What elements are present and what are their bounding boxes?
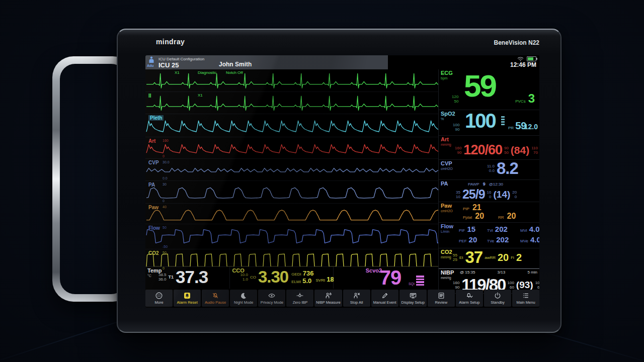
perfusion-indicator-icon bbox=[501, 116, 505, 125]
transducer-icon bbox=[296, 292, 304, 300]
nibp-cuff-icon bbox=[325, 292, 333, 300]
status-bar: Adu ICU Default Configuration ICU 25 Joh… bbox=[145, 55, 539, 69]
tve-value: 202 bbox=[496, 235, 509, 244]
pvcs-label: PVCs bbox=[515, 99, 525, 104]
wave-row-ecg-2[interactable]: II X1 bbox=[145, 92, 438, 114]
main-menu-button[interactable]: Main Menu bbox=[512, 290, 539, 307]
pa-tile-label: PA bbox=[441, 181, 448, 187]
wave-row-cvp[interactable]: CVP 30.0 0.0 bbox=[145, 159, 438, 181]
pleth-label: Pleth bbox=[148, 115, 164, 121]
pr-label: PR bbox=[508, 126, 514, 130]
clock[interactable]: 12:46 PM bbox=[510, 61, 536, 68]
co2-label: CO2 bbox=[148, 250, 159, 256]
elwi-value: 5.0 bbox=[302, 277, 311, 285]
wave-row-flow[interactable]: Flow 50 -50 bbox=[145, 224, 438, 249]
ecg-filter-label: Diagnostic bbox=[198, 70, 216, 75]
wave-row-art[interactable]: Art 160 0 bbox=[145, 137, 438, 159]
cco-tile[interactable]: CCO 10.01.0 CO 3.30 GEDI736 ELWI5.0 SVRI… bbox=[230, 266, 333, 289]
flow-tile[interactable]: FlowL/min PIF15 TVi202 MVi4.04 PEF20 TVe… bbox=[439, 223, 539, 248]
art-label: Art bbox=[148, 138, 155, 144]
spo2-value: 100 bbox=[465, 112, 496, 130]
standby-button[interactable]: Standby bbox=[484, 290, 511, 307]
more-button[interactable]: More bbox=[145, 290, 173, 307]
system-status-area: 12:46 PM bbox=[510, 56, 536, 68]
cvp-label: CVP bbox=[148, 160, 159, 165]
configuration-label: ICU Default Configuration bbox=[158, 57, 204, 61]
review-button[interactable]: Review bbox=[428, 290, 455, 307]
wave-row-pa[interactable]: PA 30 0 bbox=[145, 181, 438, 204]
art-tile-label: Art bbox=[441, 137, 451, 143]
co2-tile-label: CO2 bbox=[441, 249, 452, 255]
audio-pause-button[interactable]: Audio Pause bbox=[202, 290, 229, 307]
manual-event-button[interactable]: Manual Event bbox=[371, 290, 398, 307]
paw-waveform bbox=[145, 204, 438, 224]
patient-info-area[interactable]: Adu ICU Default Configuration ICU 25 Joh… bbox=[145, 55, 388, 69]
alarm-reset-button[interactable]: Alarm Reset bbox=[174, 290, 201, 307]
cvp-waveform bbox=[145, 159, 438, 180]
pip-value: 21 bbox=[472, 203, 481, 212]
privacy-mode-button[interactable]: Privacy Mode bbox=[258, 290, 285, 307]
numeric-tiles-column: ECGbpm 12050 59 PVCs3 SpO2% 10090 100 PR… bbox=[438, 69, 539, 294]
patient-name: John Smith bbox=[219, 61, 252, 68]
power-icon bbox=[494, 292, 502, 300]
wave-row-paw[interactable]: Paw 40 bbox=[145, 204, 438, 224]
etco2-value: 37 bbox=[465, 250, 482, 265]
hr-value: 59 bbox=[464, 71, 496, 100]
eye-icon bbox=[268, 292, 276, 300]
ecg-tile[interactable]: ECGbpm 12050 59 PVCs3 bbox=[439, 69, 539, 110]
temp-site-label: T1 bbox=[169, 275, 174, 280]
rr-value: 20 bbox=[507, 212, 516, 221]
spo2-tile-label: SpO2 bbox=[441, 111, 455, 117]
patient-type-label: Adu bbox=[147, 64, 154, 67]
co2-tile[interactable]: CO2mmHg 5525 Et 37 awRR 20 Fi 2 bbox=[439, 248, 539, 268]
flow-tile-label: Flow bbox=[441, 224, 453, 230]
display-setup-button[interactable]: Display Setup bbox=[399, 290, 427, 307]
flow-label: Flow bbox=[148, 225, 160, 231]
spo2-tile[interactable]: SpO2% 10090 100 PR59 PI12.0 bbox=[439, 110, 539, 136]
menu-list-icon bbox=[522, 292, 530, 300]
alarm-reset-icon bbox=[183, 292, 191, 300]
pvcs-value: 3 bbox=[528, 92, 535, 106]
paw-tile[interactable]: PawcmH2O PIP21 Pplat20 RR20 bbox=[439, 202, 539, 223]
mve-value: 4.04 bbox=[530, 235, 539, 244]
nibp-count: 3/13 bbox=[498, 270, 506, 275]
nibp-interval: 5 min bbox=[527, 270, 537, 275]
flow-waveform bbox=[145, 224, 438, 249]
stop-all-button[interactable]: Stop All bbox=[343, 290, 370, 307]
sqi-indicator: SQI bbox=[409, 276, 424, 286]
temp-tile[interactable]: Temp°C 38.536.0 T1 37.3 bbox=[145, 266, 230, 289]
scvo2-value: 79 bbox=[380, 268, 401, 287]
cvp-value: 8.2 bbox=[497, 161, 518, 176]
model-name: BeneVision N22 bbox=[494, 39, 539, 46]
battery-icon bbox=[527, 56, 536, 61]
waveform-area: X1 Diagnostic Notch Off II X1 Pleth Art … bbox=[145, 69, 438, 271]
zero-ibp-button[interactable]: Zero IBP bbox=[286, 290, 313, 307]
ecg2-gain-label: X1 bbox=[198, 93, 203, 98]
nibp-tile-label: NIBP bbox=[441, 270, 454, 276]
cvp-tile-label: CVP bbox=[441, 161, 453, 167]
ecg-notch-label: Notch Off bbox=[226, 70, 243, 75]
nibp-measure-button[interactable]: NIBP Measure bbox=[314, 290, 342, 307]
monitor-screen: Adu ICU Default Configuration ICU 25 Joh… bbox=[145, 55, 539, 308]
scvo2-tile[interactable]: Scvo2 79 SQI bbox=[334, 266, 438, 289]
art-tile[interactable]: ArtmmHg 16090 120/60 9050 (84) 11070 bbox=[439, 136, 539, 160]
hr-high-limit: 120 bbox=[452, 95, 458, 99]
monitor-device: mindray BeneVision N22 Adu ICU Default C… bbox=[117, 29, 561, 333]
hr-low-limit: 50 bbox=[452, 99, 458, 104]
audio-pause-icon bbox=[211, 292, 219, 300]
ecg-gain-label: X1 bbox=[175, 70, 180, 75]
awrr-value: 20 bbox=[498, 252, 509, 263]
alarm-setup-button[interactable]: Alarm Setup bbox=[456, 290, 483, 307]
mvi-value: 4.04 bbox=[529, 225, 539, 233]
wave-row-pleth[interactable]: Pleth bbox=[145, 114, 438, 137]
night-mode-button[interactable]: Night Mode bbox=[230, 290, 257, 307]
pa-waveform bbox=[145, 181, 438, 203]
sqi-bars-icon bbox=[416, 276, 424, 286]
paw-tile-label: Paw bbox=[441, 203, 453, 209]
pleth-waveform bbox=[145, 114, 438, 137]
cvp-tile[interactable]: CVPcmH2O 11.00.0 8.2 bbox=[439, 160, 539, 180]
pplat-value: 20 bbox=[475, 212, 484, 221]
wave-row-ecg-1[interactable]: X1 Diagnostic Notch Off bbox=[145, 69, 438, 92]
pi-value: 12.0 bbox=[524, 123, 538, 131]
pa-tile[interactable]: PA PAWP 9 @12:30 3510 25/9 160 (14) 200 bbox=[439, 180, 539, 202]
